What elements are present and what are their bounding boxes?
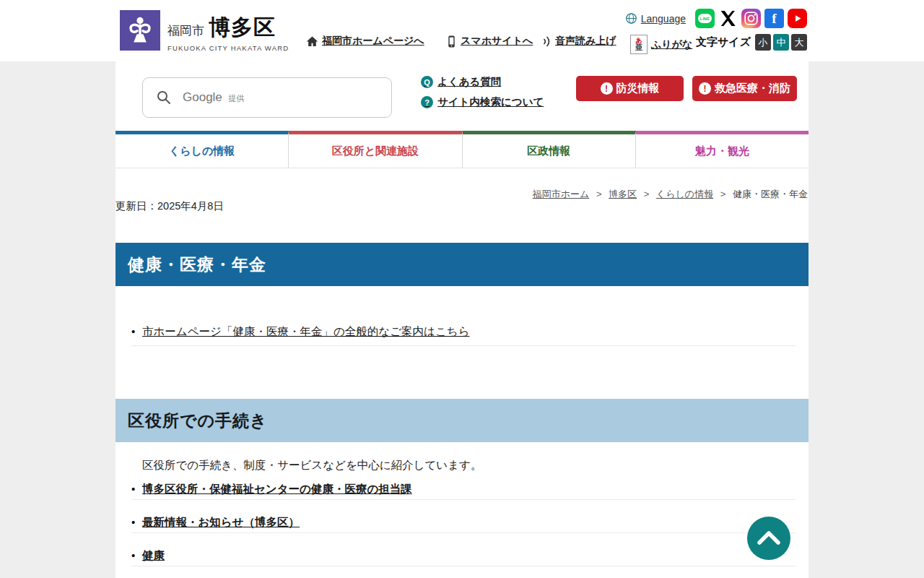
search-icon [156,90,172,105]
logo-city-label: 福岡市 [167,22,204,39]
sound-waves-icon [541,35,552,48]
search-input[interactable]: Google 提供 [142,77,392,118]
language-label: Language [641,13,686,25]
search-placeholder: Google 提供 [183,90,244,105]
question-circle-icon: ? [421,96,433,108]
header-inner: 福岡市 博多区 FUKUOKA CITY HAKATA WARD Languag… [116,0,808,61]
globe-icon [625,12,637,25]
section-description: 区役所での手続き、制度・サービスなどを中心に紹介しています。 [142,458,796,472]
list-item: • 博多区役所・保健福祉センターの健康・医療の担当課 [131,473,796,500]
text-to-speech-link[interactable]: 音声読み上げ [541,35,616,48]
health-medical-department-link[interactable]: 博多区役所・保健福祉センターの健康・医療の担当課 [142,482,412,496]
faq-link[interactable]: Q よくある質問 [421,75,544,89]
q-circle-icon: Q [421,76,433,88]
disaster-info-button[interactable]: ! 防災情報 [576,76,684,101]
tab-ward-government-info[interactable]: 区政情報 [463,131,636,168]
exclamation-icon: ! [699,82,711,95]
page-title: 健康・医療・年金 [116,243,808,286]
line-icon[interactable]: LINE [695,9,715,28]
smartphone-icon [446,35,457,48]
font-size-large-button[interactable]: 大 [791,34,807,51]
font-size-control: 文字サイズ 小 中 大 [696,34,807,51]
faq-links: Q よくある質問 ? サイト内検索について [421,75,544,116]
social-icons: LINE f [695,9,807,28]
main-navigation: くらしの情報 区役所と関連施設 区政情報 魅力・観光 [116,131,808,168]
search-row: Google 提供 Q よくある質問 ? サイト内検索について ! 防災情報 !… [116,61,808,131]
tab-attractions-tourism[interactable]: 魅力・観光 [636,131,808,168]
hakata-ward-emblem-icon [120,10,160,51]
page-column: Google 提供 Q よくある質問 ? サイト内検索について ! 防災情報 !… [116,61,808,578]
furigana-icon: あ 亜 [630,35,648,54]
x-twitter-icon[interactable] [718,9,738,28]
bullet-icon: • [131,324,137,338]
section-title: 区役所での手続き [116,399,808,442]
instagram-icon[interactable] [741,9,761,28]
furigana-label: ふりがな [651,38,692,51]
site-search-info-label: サイト内検索について [437,95,544,109]
bullet-icon: • [131,548,137,562]
updated-date: 更新日：2025年4月8日 [116,199,808,213]
health-link[interactable]: 健康 [142,548,165,562]
city-homepage-label: 福岡市ホームページへ [322,35,424,48]
language-social-row: Language LINE f [625,9,807,28]
faq-label: よくある質問 [437,75,501,89]
site-search-info-link[interactable]: ? サイト内検索について [421,95,544,109]
list-item: • 健康 [131,540,796,566]
tab-ward-office-facilities[interactable]: 区役所と関連施設 [289,131,462,168]
emergency-medical-button[interactable]: ! 救急医療・消防 [692,76,797,101]
text-to-speech-label: 音声読み上げ [555,35,616,48]
language-link[interactable]: Language [625,12,686,25]
breadcrumb-living-info[interactable]: くらしの情報 [656,189,713,199]
furigana-link[interactable]: あ 亜 ふりがな [630,35,692,54]
procedure-links-list: • 博多区役所・保健福祉センターの健康・医療の担当課 • 最新情報・お知らせ（博… [131,473,796,566]
home-icon [306,35,318,48]
breadcrumb-hakata-ward[interactable]: 博多区 [609,189,637,199]
font-size-medium-button[interactable]: 中 [773,34,789,51]
breadcrumb-separator: > [720,189,726,199]
bullet-icon: • [131,482,137,496]
chevron-up-icon [747,517,790,560]
breadcrumb-city-home[interactable]: 福岡市ホーム [533,189,590,199]
facebook-icon[interactable]: f [764,9,784,28]
logo-text: 福岡市 博多区 FUKUOKA CITY HAKATA WARD [167,10,289,52]
logo-subtitle: FUKUOKA CITY HAKATA WARD [167,44,289,52]
font-size-label: 文字サイズ [696,35,751,49]
general-guide-list: • 市ホームページ「健康・医療・年金」の全般的なご案内はこちら [131,286,796,346]
latest-news-link[interactable]: 最新情報・お知らせ（博多区） [142,515,300,529]
emergency-buttons: ! 防災情報 ! 救急医療・消防 [576,76,797,101]
exclamation-icon: ! [601,82,613,95]
tab-living-info[interactable]: くらしの情報 [116,131,289,168]
youtube-icon[interactable] [788,9,807,28]
scroll-to-top-button[interactable] [747,517,790,560]
general-guide-link[interactable]: 市ホームページ「健康・医療・年金」の全般的なご案内はこちら [142,324,470,338]
site-logo[interactable]: 福岡市 博多区 FUKUOKA CITY HAKATA WARD [120,10,289,52]
city-homepage-link[interactable]: 福岡市ホームページへ [306,35,424,48]
breadcrumb-separator: > [596,189,602,199]
breadcrumb: 福岡市ホーム > 博多区 > くらしの情報 > 健康・医療・年金 [116,168,808,199]
bullet-icon: • [131,515,137,529]
mobile-site-link[interactable]: スマホサイトへ [446,35,533,48]
font-size-small-button[interactable]: 小 [755,34,771,51]
header: 福岡市 博多区 FUKUOKA CITY HAKATA WARD Languag… [0,0,924,61]
list-item: • 最新情報・お知らせ（博多区） [131,506,796,533]
logo-ward-label: 博多区 [209,13,276,43]
mobile-site-label: スマホサイトへ [461,35,533,48]
breadcrumb-current-page: 健康・医療・年金 [733,189,808,199]
list-item: • 市ホームページ「健康・医療・年金」の全般的なご案内はこちら [131,324,796,346]
breadcrumb-separator: > [644,189,650,199]
